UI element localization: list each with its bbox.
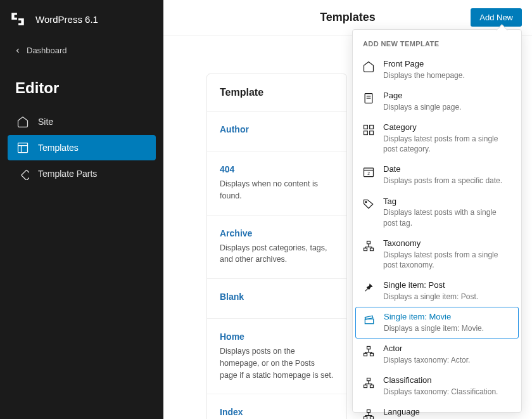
svg-rect-10 bbox=[370, 131, 374, 135]
dd-desc: Displays taxonomy: Classification. bbox=[383, 387, 512, 397]
template-list: Template Author 404 Displays when no con… bbox=[206, 74, 347, 419]
dropdown-item-single-post[interactable]: Single item: PostDisplays a single item:… bbox=[353, 275, 521, 307]
grid-icon bbox=[362, 123, 376, 137]
sidebar-nav: Site Templates Template Parts bbox=[0, 108, 163, 187]
calendar-icon: 2 bbox=[362, 165, 376, 179]
dd-title: Single item: Post bbox=[383, 280, 512, 291]
dd-title: Actor bbox=[383, 344, 512, 354]
dropdown-item-front-page[interactable]: Front PageDisplays the homepage. bbox=[353, 54, 521, 86]
back-to-dashboard[interactable]: Dashboard bbox=[0, 38, 163, 63]
hierarchy-icon bbox=[362, 239, 376, 253]
pin-icon bbox=[362, 281, 376, 295]
nav-label: Site bbox=[38, 117, 53, 127]
dd-title: Classification bbox=[383, 375, 512, 386]
svg-rect-3 bbox=[22, 170, 29, 180]
dd-title: Single item: Movie bbox=[384, 312, 512, 323]
dropdown-item-category[interactable]: CategoryDisplays latest posts from a sin… bbox=[353, 117, 521, 159]
site-title: WordPress 6.1 bbox=[35, 14, 98, 25]
template-link-home[interactable]: Home bbox=[220, 332, 334, 342]
sidebar: WordPress 6.1 Dashboard Editor Site Temp… bbox=[0, 0, 163, 419]
home-icon bbox=[362, 60, 376, 74]
dd-desc: Displays a single item: Movie. bbox=[384, 323, 512, 333]
tag-icon bbox=[362, 197, 376, 211]
sidebar-item-templates[interactable]: Templates bbox=[8, 135, 156, 160]
dd-title: Taxonomy bbox=[383, 238, 512, 249]
sidebar-item-site[interactable]: Site bbox=[8, 109, 156, 134]
dd-desc: Displays a single item: Post. bbox=[383, 292, 512, 302]
svg-rect-8 bbox=[370, 126, 374, 129]
dropdown-item-actor[interactable]: ActorDisplays taxonomy: Actor. bbox=[353, 338, 521, 370]
table-row: Author bbox=[207, 112, 346, 151]
back-label: Dashboard bbox=[27, 46, 67, 55]
svg-rect-17 bbox=[370, 248, 374, 250]
layout-icon bbox=[16, 141, 29, 154]
template-link-blank[interactable]: Blank bbox=[220, 292, 334, 302]
dropdown-item-date[interactable]: 2 DateDisplays posts from a specific dat… bbox=[353, 159, 521, 191]
svg-rect-24 bbox=[370, 385, 374, 388]
dropdown-item-language[interactable]: LanguageDisplays taxonomy: Language. bbox=[353, 402, 521, 419]
dd-desc: Displays taxonomy: Actor. bbox=[383, 355, 512, 365]
svg-rect-23 bbox=[364, 385, 367, 388]
add-new-dropdown: Add New Template Front PageDisplays the … bbox=[352, 29, 522, 413]
chevron-left-icon bbox=[14, 47, 22, 55]
template-desc: Displays posts on the homepage, or on th… bbox=[220, 345, 334, 381]
svg-rect-9 bbox=[364, 131, 368, 135]
sidebar-header: WordPress 6.1 bbox=[0, 0, 163, 38]
page-title: Templates bbox=[320, 11, 376, 24]
svg-rect-0 bbox=[18, 143, 28, 153]
svg-rect-25 bbox=[367, 410, 370, 413]
nav-label: Templates bbox=[38, 143, 79, 153]
film-icon bbox=[362, 313, 376, 326]
svg-rect-22 bbox=[367, 378, 370, 381]
template-link-archive[interactable]: Archive bbox=[220, 228, 334, 238]
hierarchy-icon bbox=[362, 344, 376, 358]
hierarchy-icon bbox=[362, 408, 376, 419]
dd-title: Category bbox=[383, 122, 512, 133]
template-link-author[interactable]: Author bbox=[220, 124, 334, 134]
dropdown-header: Add New Template bbox=[353, 30, 521, 54]
table-row: Index bbox=[207, 394, 346, 419]
dropdown-item-single-movie[interactable]: Single item: MovieDisplays a single item… bbox=[355, 307, 519, 338]
dd-desc: Displays latest posts from a single post… bbox=[383, 250, 512, 270]
svg-point-14 bbox=[365, 201, 367, 202]
nav-label: Template Parts bbox=[38, 169, 97, 179]
table-row: Home Displays posts on the homepage, or … bbox=[207, 319, 346, 394]
svg-rect-19 bbox=[367, 347, 370, 349]
dd-title: Page bbox=[383, 91, 512, 101]
hierarchy-icon bbox=[362, 376, 376, 390]
svg-rect-15 bbox=[367, 241, 370, 243]
dd-title: Language bbox=[383, 407, 512, 418]
svg-text:2: 2 bbox=[367, 171, 370, 176]
site-logo[interactable] bbox=[9, 10, 27, 28]
dropdown-item-tag[interactable]: TagDisplays latest posts with a single p… bbox=[353, 191, 521, 233]
table-row: Archive Displays post categories, tags, … bbox=[207, 216, 346, 280]
svg-rect-16 bbox=[364, 248, 367, 250]
dd-desc: Displays the homepage. bbox=[383, 70, 512, 81]
svg-rect-21 bbox=[370, 354, 374, 356]
template-desc: Displays when no content is found. bbox=[220, 178, 334, 202]
sidebar-item-template-parts[interactable]: Template Parts bbox=[8, 161, 156, 186]
table-row: 404 Displays when no content is found. bbox=[207, 151, 346, 216]
diamond-icon bbox=[16, 167, 29, 180]
template-desc: Displays post categories, tags, and othe… bbox=[220, 242, 334, 266]
dd-desc: Displays latest posts with a single post… bbox=[383, 207, 512, 228]
dd-desc: Displays a single page. bbox=[383, 102, 512, 112]
dropdown-item-classification[interactable]: ClassificationDisplays taxonomy: Classif… bbox=[353, 370, 521, 402]
main: Templates Add New Template Author 404 Di… bbox=[163, 0, 532, 419]
dd-desc: Displays posts from a specific date. bbox=[383, 176, 512, 186]
add-new-button[interactable]: Add New bbox=[471, 8, 522, 27]
template-link-index[interactable]: Index bbox=[220, 407, 334, 417]
dd-title: Date bbox=[383, 164, 512, 175]
dropdown-item-taxonomy[interactable]: TaxonomyDisplays latest posts from a sin… bbox=[353, 233, 521, 275]
dd-desc: Displays latest posts from a single post… bbox=[383, 134, 512, 154]
template-link-404[interactable]: 404 bbox=[220, 164, 334, 174]
template-list-header: Template bbox=[207, 74, 346, 112]
dd-title: Tag bbox=[383, 197, 512, 207]
home-icon bbox=[16, 115, 29, 128]
page-icon bbox=[362, 91, 376, 105]
section-title: Editor bbox=[0, 63, 163, 108]
dropdown-item-page[interactable]: PageDisplays a single page. bbox=[353, 86, 521, 117]
svg-rect-20 bbox=[364, 354, 367, 356]
table-row: Blank bbox=[207, 279, 346, 319]
dd-title: Front Page bbox=[383, 59, 512, 70]
